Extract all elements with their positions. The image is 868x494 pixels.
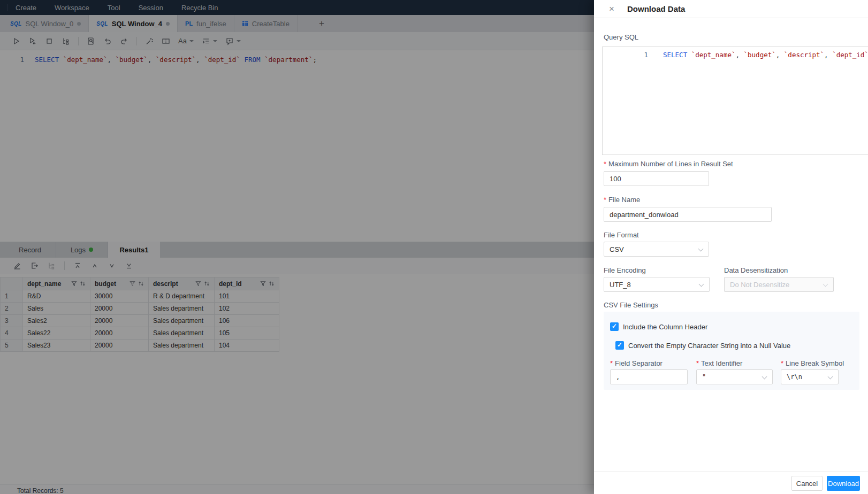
chevron-down-icon: [823, 282, 828, 287]
required-mark: *: [781, 359, 783, 367]
data-desensitization-select: Do Not Desensitize: [724, 277, 834, 292]
close-icon[interactable]: ×: [609, 4, 614, 13]
chevron-down-icon: [698, 246, 704, 252]
required-mark: *: [696, 359, 699, 367]
drawer-footer: Cancel Download: [594, 472, 868, 494]
file-format-label: File Format: [604, 231, 639, 239]
required-mark: *: [604, 160, 606, 168]
line-break-value: \r\n: [787, 373, 802, 381]
line-number: 1: [603, 50, 653, 60]
required-mark: *: [610, 359, 613, 367]
text-identifier-value: ": [702, 373, 706, 381]
file-name-label: *File Name: [604, 196, 640, 204]
data-desensitization-value: Do Not Desensitize: [730, 281, 789, 289]
screen: Create Workspace Tool Session Recycle Bi…: [0, 0, 868, 494]
chevron-down-icon: [828, 374, 833, 380]
line-break-select[interactable]: \r\n: [781, 369, 839, 384]
field-separator-label: *Field Separator: [610, 359, 663, 367]
text-identifier-label: *Text Identifier: [696, 359, 742, 367]
csv-settings-box: Include the Column Header Convert the Em…: [604, 312, 859, 390]
query-sql-preview[interactable]: 1 SELECT `dept_name`, `budget`, `descrip…: [602, 47, 868, 155]
file-format-value: CSV: [610, 245, 624, 253]
sql-statement: SELECT `dept_name`, `budget`, `descript`…: [663, 50, 868, 60]
download-button[interactable]: Download: [827, 476, 860, 491]
empty-to-null-checkbox[interactable]: [615, 341, 624, 350]
file-format-select[interactable]: CSV: [604, 242, 709, 257]
line-break-label: *Line Break Symbol: [781, 359, 844, 367]
download-data-drawer: × Download Data Query SQL 1 SELECT `dept…: [594, 0, 868, 494]
max-lines-input[interactable]: [604, 171, 709, 186]
chevron-down-icon: [762, 374, 767, 380]
file-encoding-select[interactable]: UTF_8: [604, 277, 710, 292]
include-header-label: Include the Column Header: [623, 323, 707, 331]
cancel-button[interactable]: Cancel: [791, 476, 823, 491]
drawer-title: Download Data: [627, 4, 685, 13]
file-encoding-label: File Encoding: [604, 266, 646, 274]
data-desensitization-label: Data Desensitization: [724, 266, 788, 274]
file-encoding-value: UTF_8: [610, 281, 631, 289]
file-name-input[interactable]: [604, 207, 772, 222]
required-mark: *: [604, 196, 606, 204]
drawer-header: × Download Data: [594, 0, 868, 18]
chevron-down-icon: [699, 282, 704, 287]
csv-settings-label: CSV File Settings: [604, 301, 658, 309]
query-sql-label: Query SQL: [604, 33, 638, 41]
max-lines-label: *Maximum Number of Lines in Result Set: [604, 160, 733, 168]
empty-to-null-label: Convert the Empty Character String into …: [628, 342, 790, 350]
query-sql-line: 1 SELECT `dept_name`, `budget`, `descrip…: [603, 50, 868, 60]
include-header-checkbox[interactable]: [610, 322, 619, 331]
text-identifier-select[interactable]: ": [696, 369, 773, 384]
field-separator-input[interactable]: [610, 369, 688, 384]
